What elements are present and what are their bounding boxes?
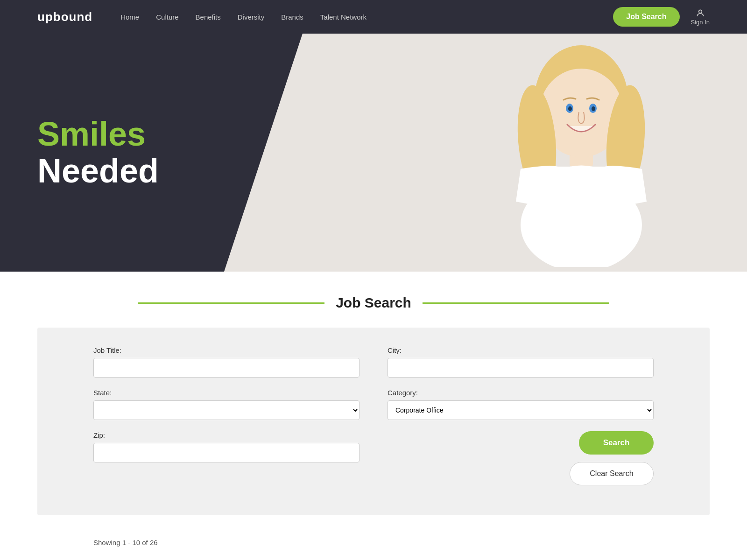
zip-group: Zip: bbox=[93, 431, 359, 485]
zip-label: Zip: bbox=[93, 431, 359, 439]
pagination-area bbox=[37, 556, 710, 560]
search-button[interactable]: Search bbox=[579, 431, 654, 455]
user-icon bbox=[696, 8, 705, 18]
zip-input[interactable] bbox=[93, 443, 359, 462]
job-search-button[interactable]: Job Search bbox=[613, 7, 679, 27]
form-row-3: Zip: Search Clear Search bbox=[93, 431, 654, 485]
main-nav: Home Culture Benefits Diversity Brands T… bbox=[120, 13, 604, 21]
form-buttons: Search Clear Search bbox=[388, 431, 654, 485]
sign-in[interactable]: Sign In bbox=[691, 8, 710, 26]
nav-talent-network[interactable]: Talent Network bbox=[320, 13, 366, 21]
svg-point-7 bbox=[592, 106, 595, 111]
title-line-left bbox=[138, 302, 324, 304]
logo[interactable]: upbound bbox=[37, 10, 92, 24]
state-select[interactable]: Alabama Alaska Arizona Arkansas Californ… bbox=[93, 400, 359, 420]
category-group: Category: Corporate Office Retail Wareho… bbox=[388, 389, 654, 420]
state-label: State: bbox=[93, 389, 359, 397]
section-title: Job Search bbox=[336, 295, 411, 311]
nav-diversity[interactable]: Diversity bbox=[238, 13, 265, 21]
job-title-input[interactable] bbox=[93, 358, 359, 378]
hero-line1: Smiles bbox=[37, 116, 159, 153]
svg-point-0 bbox=[698, 10, 702, 13]
job-title-label: Job Title: bbox=[93, 346, 359, 354]
hero-line2: Needed bbox=[37, 153, 159, 189]
svg-point-6 bbox=[568, 106, 572, 111]
results-info: Showing 1 - 10 of 26 bbox=[37, 529, 710, 556]
clear-search-button[interactable]: Clear Search bbox=[570, 462, 654, 485]
nav-home[interactable]: Home bbox=[120, 13, 139, 21]
job-title-group: Job Title: bbox=[93, 346, 359, 378]
city-input[interactable] bbox=[388, 358, 654, 378]
form-row-2: State: Alabama Alaska Arizona Arkansas C… bbox=[93, 389, 654, 420]
title-line-right bbox=[423, 302, 609, 304]
person-illustration bbox=[483, 38, 679, 267]
hero-banner: Smiles Needed bbox=[0, 34, 747, 272]
form-row-1: Job Title: City: bbox=[93, 346, 654, 378]
search-form-area: Job Title: City: State: Alabama Alaska A… bbox=[37, 328, 710, 515]
sign-in-label: Sign In bbox=[691, 19, 710, 26]
job-search-section: Job Search Job Title: City: State: Alaba… bbox=[0, 272, 747, 560]
city-group: City: bbox=[388, 346, 654, 378]
nav-benefits[interactable]: Benefits bbox=[196, 13, 221, 21]
header: upbound Home Culture Benefits Diversity … bbox=[0, 0, 747, 34]
state-group: State: Alabama Alaska Arizona Arkansas C… bbox=[93, 389, 359, 420]
section-header: Job Search bbox=[37, 295, 710, 311]
nav-brands[interactable]: Brands bbox=[281, 13, 303, 21]
category-select[interactable]: Corporate Office Retail Warehouse Manage… bbox=[388, 400, 654, 420]
nav-culture[interactable]: Culture bbox=[156, 13, 178, 21]
city-label: City: bbox=[388, 346, 654, 354]
category-label: Category: bbox=[388, 389, 654, 397]
hero-text: Smiles Needed bbox=[37, 116, 159, 189]
hero-person-image bbox=[453, 34, 710, 272]
